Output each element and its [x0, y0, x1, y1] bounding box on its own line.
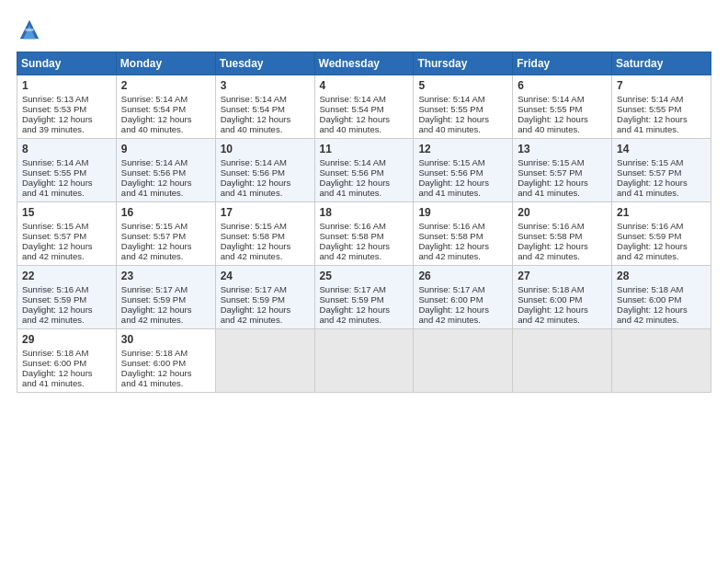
svg-rect-2: [25, 29, 33, 31]
daylight-label: Daylight: 12 hoursand 42 minutes.: [320, 304, 391, 325]
logo-icon: [17, 17, 42, 42]
sunset-label: Sunset: 5:58 PM: [320, 231, 384, 241]
empty-cell: [513, 329, 612, 393]
col-header-sunday: Sunday: [17, 52, 117, 75]
sunrise-label: Sunrise: 5:16 AM: [418, 221, 484, 231]
page: SundayMondayTuesdayWednesdayThursdayFrid…: [0, 0, 728, 563]
sunrise-label: Sunrise: 5:17 AM: [320, 284, 386, 294]
sunset-label: Sunset: 6:00 PM: [121, 358, 186, 368]
sunset-label: Sunset: 5:54 PM: [221, 104, 285, 114]
day-cell-4: 4Sunrise: 5:14 AMSunset: 5:54 PMDaylight…: [314, 75, 414, 139]
sunset-label: Sunset: 5:58 PM: [518, 231, 582, 241]
day-number: 9: [121, 143, 210, 155]
sunrise-label: Sunrise: 5:14 AM: [320, 157, 386, 167]
daylight-label: Daylight: 12 hoursand 42 minutes.: [518, 241, 588, 261]
daylight-label: Daylight: 12 hoursand 40 minutes.: [221, 114, 291, 134]
daylight-label: Daylight: 12 hoursand 41 minutes.: [22, 368, 93, 388]
week-row-3: 15Sunrise: 5:15 AMSunset: 5:57 PMDayligh…: [17, 202, 711, 266]
sunset-label: Sunset: 5:53 PM: [22, 104, 86, 114]
sunrise-label: Sunrise: 5:18 AM: [617, 284, 683, 294]
sunrise-label: Sunrise: 5:14 AM: [221, 157, 287, 167]
day-number: 29: [22, 333, 111, 346]
sunset-label: Sunset: 5:56 PM: [320, 167, 384, 178]
col-header-saturday: Saturday: [612, 52, 711, 75]
daylight-label: Daylight: 12 hoursand 42 minutes.: [320, 241, 391, 261]
daylight-label: Daylight: 12 hoursand 40 minutes.: [518, 114, 588, 134]
daylight-label: Daylight: 12 hoursand 42 minutes.: [617, 304, 688, 325]
day-cell-21: 21Sunrise: 5:16 AMSunset: 5:59 PMDayligh…: [612, 202, 711, 266]
sunrise-label: Sunrise: 5:15 AM: [518, 157, 584, 167]
daylight-label: Daylight: 12 hoursand 42 minutes.: [121, 241, 192, 261]
sunset-label: Sunset: 5:57 PM: [617, 167, 681, 178]
day-cell-18: 18Sunrise: 5:16 AMSunset: 5:58 PMDayligh…: [314, 202, 414, 266]
daylight-label: Daylight: 12 hoursand 41 minutes.: [320, 178, 391, 198]
day-cell-17: 17Sunrise: 5:15 AMSunset: 5:58 PMDayligh…: [215, 202, 314, 266]
sunset-label: Sunset: 6:00 PM: [617, 294, 681, 304]
day-cell-19: 19Sunrise: 5:16 AMSunset: 5:58 PMDayligh…: [414, 202, 513, 266]
week-row-1: 1Sunrise: 5:13 AMSunset: 5:53 PMDaylight…: [17, 75, 711, 139]
day-number: 17: [221, 206, 310, 219]
day-cell-29: 29Sunrise: 5:18 AMSunset: 6:00 PMDayligh…: [17, 329, 117, 393]
sunrise-label: Sunrise: 5:15 AM: [121, 221, 188, 231]
week-row-4: 22Sunrise: 5:16 AMSunset: 5:59 PMDayligh…: [17, 266, 711, 329]
sunset-label: Sunset: 5:56 PM: [221, 167, 285, 178]
day-number: 2: [121, 79, 210, 92]
day-number: 19: [418, 206, 507, 219]
day-cell-13: 13Sunrise: 5:15 AMSunset: 5:57 PMDayligh…: [513, 139, 612, 202]
day-number: 11: [320, 143, 409, 155]
sunrise-label: Sunrise: 5:15 AM: [221, 221, 287, 231]
day-number: 27: [518, 270, 607, 282]
sunrise-label: Sunrise: 5:15 AM: [617, 157, 683, 167]
sunset-label: Sunset: 5:59 PM: [617, 231, 681, 241]
sunrise-label: Sunrise: 5:15 AM: [418, 157, 484, 167]
sunset-label: Sunset: 5:59 PM: [221, 294, 285, 304]
daylight-label: Daylight: 12 hoursand 40 minutes.: [121, 114, 192, 134]
day-number: 21: [617, 206, 706, 219]
day-number: 13: [518, 143, 607, 155]
sunset-label: Sunset: 5:59 PM: [320, 294, 384, 304]
daylight-label: Daylight: 12 hoursand 42 minutes.: [22, 304, 93, 325]
col-header-tuesday: Tuesday: [215, 52, 314, 75]
day-number: 22: [22, 270, 111, 282]
day-number: 10: [221, 143, 310, 155]
day-cell-14: 14Sunrise: 5:15 AMSunset: 5:57 PMDayligh…: [612, 139, 711, 202]
day-cell-1: 1Sunrise: 5:13 AMSunset: 5:53 PMDaylight…: [17, 75, 117, 139]
day-number: 16: [121, 206, 210, 219]
day-number: 6: [518, 79, 607, 92]
sunset-label: Sunset: 5:58 PM: [221, 231, 285, 241]
sunset-label: Sunset: 5:55 PM: [22, 167, 86, 178]
sunrise-label: Sunrise: 5:14 AM: [518, 94, 584, 104]
day-number: 8: [22, 143, 111, 155]
day-number: 7: [617, 79, 706, 92]
daylight-label: Daylight: 12 hoursand 42 minutes.: [22, 241, 93, 261]
sunrise-label: Sunrise: 5:18 AM: [518, 284, 584, 294]
sunset-label: Sunset: 6:00 PM: [518, 294, 582, 304]
sunset-label: Sunset: 5:56 PM: [121, 167, 186, 178]
daylight-label: Daylight: 12 hoursand 42 minutes.: [221, 304, 291, 325]
day-cell-22: 22Sunrise: 5:16 AMSunset: 5:59 PMDayligh…: [17, 266, 117, 329]
sunrise-label: Sunrise: 5:17 AM: [121, 284, 188, 294]
sunset-label: Sunset: 5:56 PM: [418, 167, 483, 178]
daylight-label: Daylight: 12 hoursand 40 minutes.: [418, 114, 489, 134]
day-cell-10: 10Sunrise: 5:14 AMSunset: 5:56 PMDayligh…: [215, 139, 314, 202]
col-header-friday: Friday: [513, 52, 612, 75]
daylight-label: Daylight: 12 hoursand 42 minutes.: [418, 241, 489, 261]
calendar-table: SundayMondayTuesdayWednesdayThursdayFrid…: [17, 52, 711, 393]
sunset-label: Sunset: 5:55 PM: [617, 104, 681, 114]
daylight-label: Daylight: 12 hoursand 41 minutes.: [121, 368, 192, 388]
sunrise-label: Sunrise: 5:14 AM: [22, 157, 88, 167]
day-cell-16: 16Sunrise: 5:15 AMSunset: 5:57 PMDayligh…: [116, 202, 215, 266]
day-cell-20: 20Sunrise: 5:16 AMSunset: 5:58 PMDayligh…: [513, 202, 612, 266]
daylight-label: Daylight: 12 hoursand 39 minutes.: [22, 114, 93, 134]
day-number: 4: [320, 79, 409, 92]
sunset-label: Sunset: 5:59 PM: [121, 294, 186, 304]
day-cell-5: 5Sunrise: 5:14 AMSunset: 5:55 PMDaylight…: [414, 75, 513, 139]
daylight-label: Daylight: 12 hoursand 41 minutes.: [617, 114, 688, 134]
sunset-label: Sunset: 5:54 PM: [121, 104, 186, 114]
header-row: SundayMondayTuesdayWednesdayThursdayFrid…: [17, 52, 711, 75]
day-number: 25: [320, 270, 409, 282]
day-cell-24: 24Sunrise: 5:17 AMSunset: 5:59 PMDayligh…: [215, 266, 314, 329]
week-row-2: 8Sunrise: 5:14 AMSunset: 5:55 PMDaylight…: [17, 139, 711, 202]
daylight-label: Daylight: 12 hoursand 41 minutes.: [22, 178, 93, 198]
sunset-label: Sunset: 5:57 PM: [22, 231, 86, 241]
